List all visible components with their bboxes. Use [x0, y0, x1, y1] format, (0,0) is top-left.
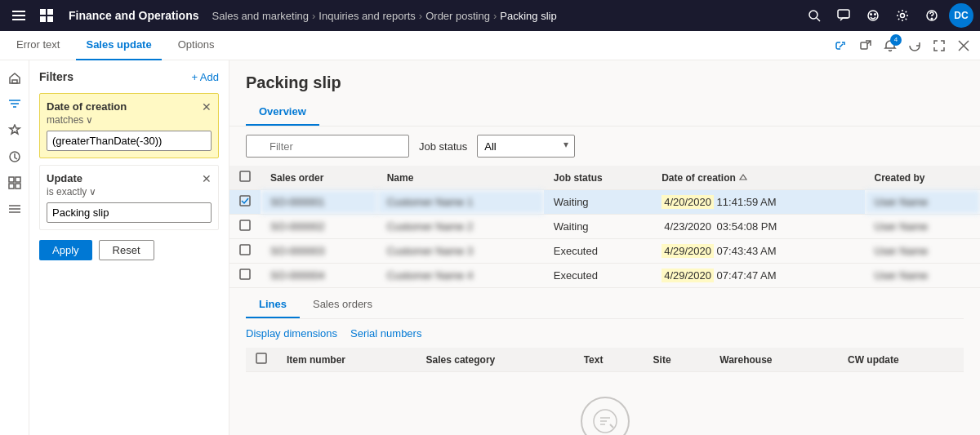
- app-title: Finance and Operations: [69, 9, 198, 22]
- col-date-of-creation: Date of creation: [652, 166, 864, 190]
- filter-card-update-header: Update ✕: [47, 172, 212, 184]
- job-status-select-wrap: All Waiting Executed Error: [477, 135, 575, 158]
- breadcrumb-item-2[interactable]: Order posting: [425, 10, 490, 22]
- search-button[interactable]: [802, 3, 826, 28]
- filter-date-input[interactable]: [47, 131, 212, 151]
- svg-rect-36: [256, 353, 266, 363]
- svg-point-13: [901, 14, 905, 18]
- row-check[interactable]: [229, 239, 261, 264]
- link-icon[interactable]: [831, 36, 851, 55]
- row-created-by: User Name: [865, 239, 981, 264]
- page-title: Packing slip: [246, 73, 964, 92]
- emoji-button[interactable]: [861, 3, 885, 28]
- filter-update-matchtype[interactable]: is exactly ∨: [47, 186, 212, 198]
- row-check[interactable]: [229, 264, 261, 288]
- row-date-of-creation: 4/23/2020 03:54:08 PM: [652, 215, 864, 239]
- top-bar-actions: DC: [802, 3, 973, 28]
- tab-sales-update[interactable]: Sales update: [76, 31, 161, 60]
- bottom-tab-sales-orders[interactable]: Sales orders: [300, 291, 385, 318]
- tab-error-text[interactable]: Error text: [7, 31, 69, 60]
- breadcrumb-item-0[interactable]: Sales and marketing: [212, 10, 309, 22]
- filter-date-close-button[interactable]: ✕: [202, 101, 212, 113]
- lines-col-cw-update: CW update: [838, 348, 964, 372]
- filter-update-input[interactable]: [47, 202, 212, 223]
- page-tab-overview[interactable]: Overview: [246, 99, 319, 126]
- second-bar-tabs: Error text Sales update Options: [7, 31, 224, 60]
- reset-button[interactable]: Reset: [99, 240, 154, 260]
- apply-button[interactable]: Apply: [39, 240, 92, 260]
- svg-point-12: [875, 14, 876, 16]
- table-body: SO-000001 Customer Name 1 Waiting 4/20/2…: [229, 190, 980, 288]
- bottom-tab-lines[interactable]: Lines: [246, 291, 300, 318]
- user-avatar[interactable]: DC: [949, 3, 973, 28]
- col-sales-order: Sales order: [261, 166, 377, 190]
- notification-button[interactable]: 4: [880, 36, 900, 55]
- breadcrumb-sep-0: ›: [312, 10, 315, 22]
- filter-update-close-button[interactable]: ✕: [202, 173, 212, 184]
- sidebar-grid-icon[interactable]: [3, 171, 26, 194]
- svg-rect-0: [12, 11, 25, 12]
- table-filter-input[interactable]: [246, 135, 409, 158]
- svg-rect-19: [12, 80, 17, 83]
- app-grid-icon[interactable]: [34, 3, 59, 28]
- filter-panel-header: Filters + Add: [39, 70, 219, 83]
- job-status-select[interactable]: All Waiting Executed Error: [477, 135, 575, 158]
- row-sales-order: SO-000002: [261, 215, 377, 239]
- filter-date-title: Date of creation: [47, 100, 127, 113]
- row-name: Customer Name 3: [377, 239, 544, 264]
- top-bar: Finance and Operations Sales and marketi…: [0, 0, 980, 31]
- breadcrumb-item-1[interactable]: Inquiries and reports: [318, 10, 416, 22]
- second-bar-actions: 4: [831, 36, 973, 55]
- svg-rect-9: [838, 10, 849, 18]
- row-check[interactable]: [229, 190, 261, 215]
- row-job-status: Executed: [544, 264, 652, 288]
- row-check[interactable]: [229, 215, 261, 239]
- svg-rect-24: [16, 184, 20, 189]
- breadcrumb: Sales and marketing › Inquiries and repo…: [212, 10, 556, 22]
- table-row[interactable]: SO-000003 Customer Name 3 Executed 4/29/…: [229, 239, 980, 264]
- sidebar-home-icon[interactable]: [3, 67, 26, 90]
- lines-table-header: Item number Sales category Text Site War…: [246, 348, 964, 372]
- settings-button[interactable]: [890, 3, 915, 28]
- row-date-of-creation: 4/29/2020 07:43:43 AM: [652, 239, 864, 264]
- refresh-button[interactable]: [905, 36, 924, 55]
- main-layout: Filters + Add Date of creation ✕ matches…: [0, 60, 980, 435]
- sidebar-clock-icon[interactable]: [3, 145, 26, 168]
- data-table: Sales order Name Job status Date of crea…: [229, 166, 980, 288]
- display-dimensions-button[interactable]: Display dimensions: [246, 327, 337, 340]
- hamburger-menu-button[interactable]: [7, 3, 31, 28]
- second-bar: Error text Sales update Options 4: [0, 31, 980, 60]
- row-date-of-creation: 4/20/2020 11:41:59 AM: [652, 190, 864, 215]
- chat-button[interactable]: [831, 3, 856, 28]
- lines-header-row: Item number Sales category Text Site War…: [246, 348, 964, 372]
- lines-col-sales-category: Sales category: [416, 348, 574, 372]
- expand-button[interactable]: [929, 36, 949, 55]
- open-new-icon[interactable]: [856, 36, 875, 55]
- notification-count: 4: [890, 34, 902, 46]
- svg-rect-35: [240, 269, 250, 279]
- table-wrap: Sales order Name Job status Date of crea…: [229, 166, 980, 288]
- close-panel-button[interactable]: [954, 36, 973, 55]
- add-filter-button[interactable]: + Add: [191, 71, 219, 83]
- svg-rect-21: [9, 177, 14, 182]
- page-tabs: Overview: [229, 99, 980, 127]
- tab-options[interactable]: Options: [168, 31, 225, 60]
- breadcrumb-item-3[interactable]: Packing slip: [500, 10, 556, 22]
- empty-state: We didn't find anything to show here.: [246, 372, 964, 435]
- table-row[interactable]: SO-000004 Customer Name 4 Executed 4/29/…: [229, 264, 980, 288]
- row-job-status: Executed: [544, 239, 652, 264]
- row-name: Customer Name 4: [377, 264, 544, 288]
- sidebar-star-icon[interactable]: [3, 119, 26, 142]
- table-row[interactable]: SO-000002 Customer Name 2 Waiting 4/23/2…: [229, 215, 980, 239]
- lines-table: Item number Sales category Text Site War…: [246, 348, 964, 372]
- filter-date-matchtype[interactable]: matches ∨: [47, 114, 212, 126]
- svg-rect-2: [12, 19, 25, 20]
- lines-col-site: Site: [644, 348, 710, 372]
- sidebar-filter-icon[interactable]: [3, 93, 26, 116]
- serial-numbers-button[interactable]: Serial numbers: [350, 327, 421, 340]
- help-button[interactable]: [920, 3, 944, 28]
- sidebar-list-icon[interactable]: [3, 198, 26, 220]
- lines-col-warehouse: Warehouse: [710, 348, 838, 372]
- row-created-by: User Name: [865, 190, 981, 215]
- table-row[interactable]: SO-000001 Customer Name 1 Waiting 4/20/2…: [229, 190, 980, 215]
